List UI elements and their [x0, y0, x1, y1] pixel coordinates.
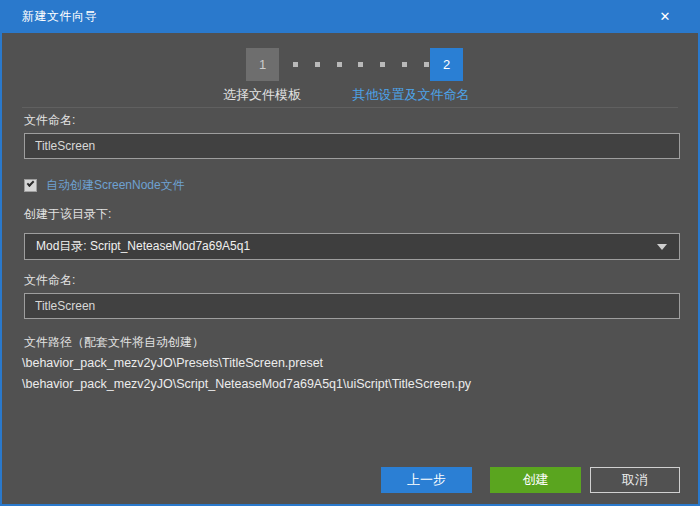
- create-button[interactable]: 创建: [490, 467, 581, 493]
- dropdown-selected-value: Mod目录: Script_NeteaseMod7a69A5q1: [25, 238, 250, 255]
- dot: [424, 62, 429, 67]
- step-indicator-2: 2: [430, 48, 463, 81]
- title-bar: 新建文件向导 ✕: [0, 0, 700, 33]
- step-indicator-1: 1: [246, 48, 279, 81]
- directory-label: 创建于该目录下:: [24, 206, 111, 223]
- dot: [337, 62, 342, 67]
- file-name-input-1[interactable]: [24, 133, 680, 159]
- preset-file-path: \behavior_pack_mezv2yJO\Presets\TitleScr…: [22, 356, 323, 370]
- step-number: 2: [443, 57, 450, 72]
- checkbox-label: 自动创建ScreenNode文件: [46, 177, 185, 194]
- file-name-input-2[interactable]: [24, 293, 680, 319]
- section-divider: [22, 107, 678, 108]
- previous-step-button[interactable]: 上一步: [381, 467, 472, 493]
- step-separator-dots: [293, 62, 429, 67]
- mod-directory-select[interactable]: Mod目录: Script_NeteaseMod7a69A5q1: [24, 233, 680, 260]
- dot: [293, 62, 298, 67]
- dot: [315, 62, 320, 67]
- close-icon[interactable]: ✕: [648, 0, 682, 33]
- dot: [380, 62, 385, 67]
- file-path-section-label: 文件路径（配套文件将自动创建）: [24, 334, 204, 351]
- cancel-button[interactable]: 取消: [590, 467, 680, 493]
- check-mark-icon: [27, 179, 35, 187]
- step-number: 1: [259, 57, 266, 72]
- dot: [402, 62, 407, 67]
- window-title: 新建文件向导: [0, 8, 97, 25]
- file-name-label-2: 文件命名:: [24, 272, 75, 289]
- new-file-wizard-dialog: 新建文件向导 ✕ 1 2 选择文件模板 其他设置及文件命名 文件命名: 自动创建…: [0, 0, 700, 506]
- chevron-down-icon: [657, 244, 667, 250]
- auto-create-screennode-checkbox[interactable]: 自动创建ScreenNode文件: [24, 177, 185, 193]
- tab-other-settings[interactable]: 其他设置及文件命名: [353, 86, 470, 104]
- file-name-label-1: 文件命名:: [24, 112, 75, 129]
- tab-select-template[interactable]: 选择文件模板: [223, 86, 301, 104]
- checkbox-checked-icon[interactable]: [24, 179, 37, 192]
- dot: [358, 62, 363, 67]
- script-file-path: \behavior_pack_mezv2yJO\Script_NeteaseMo…: [22, 377, 471, 391]
